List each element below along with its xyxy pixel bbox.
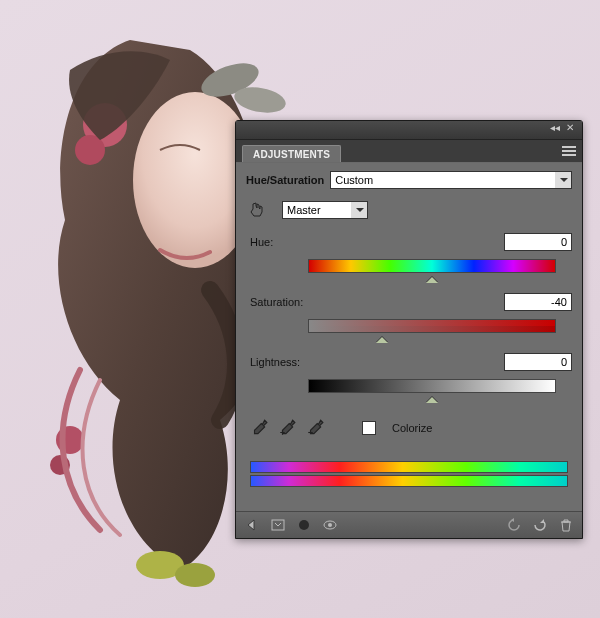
panel-body: Hue/Saturation Custom Master Hue: [236,163,582,511]
back-arrow-icon[interactable] [244,517,260,533]
visibility-eye-icon[interactable] [322,517,338,533]
hue-label: Hue: [250,236,314,248]
svg-point-12 [328,523,332,527]
hue-slider[interactable] [308,259,556,285]
color-range-strip [250,461,568,487]
expand-view-icon[interactable] [270,517,286,533]
panel-menu-icon[interactable] [562,144,576,156]
saturation-slider[interactable] [308,319,556,345]
collapse-icon[interactable]: ◂◂ [550,123,560,133]
targeted-adjust-icon[interactable] [248,201,266,219]
preset-select[interactable]: Custom [330,171,572,189]
eyedropper-minus-icon[interactable] [306,419,324,437]
hue-input[interactable] [504,233,572,251]
adjustments-panel: ◂◂ ✕ ADJUSTMENTS Hue/Saturation Custom M… [235,120,583,539]
lightness-knob[interactable] [426,391,438,403]
colorize-checkbox[interactable] [362,421,376,435]
colorize-label: Colorize [392,422,432,434]
previous-state-icon[interactable] [506,517,522,533]
svg-point-8 [175,563,215,587]
trash-icon[interactable] [558,517,574,533]
lightness-label: Lightness: [250,356,314,368]
lightness-input[interactable] [504,353,572,371]
panel-tabbar: ADJUSTMENTS [236,140,582,163]
svg-point-10 [299,520,309,530]
channel-select[interactable]: Master [282,201,368,219]
adjustment-title: Hue/Saturation [246,174,324,186]
hue-knob[interactable] [426,271,438,283]
reset-icon[interactable] [532,517,548,533]
lightness-slider[interactable] [308,379,556,405]
tab-adjustments[interactable]: ADJUSTMENTS [242,145,341,162]
eyedropper-icon[interactable] [250,419,268,437]
close-icon[interactable]: ✕ [566,123,576,133]
saturation-input[interactable] [504,293,572,311]
clip-layer-icon[interactable] [296,517,312,533]
saturation-label: Saturation: [250,296,314,308]
saturation-knob[interactable] [376,331,388,343]
panel-titlebar[interactable]: ◂◂ ✕ [236,121,582,140]
panel-footer [236,511,582,538]
eyedropper-plus-icon[interactable] [278,419,296,437]
svg-rect-9 [272,520,284,530]
